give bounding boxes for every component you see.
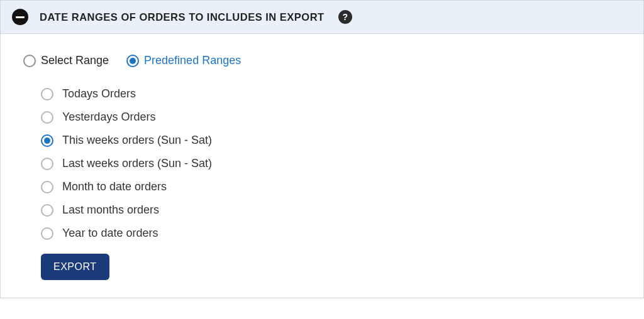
radio-icon <box>41 181 53 193</box>
export-button[interactable]: EXPORT <box>41 254 109 280</box>
range-label: Last weeks orders (Sun - Sat) <box>62 157 212 170</box>
range-option[interactable]: Last months orders <box>41 203 621 217</box>
radio-icon <box>23 55 36 67</box>
mode-select-range[interactable]: Select Range <box>23 54 109 67</box>
range-label: Year to date orders <box>62 227 158 240</box>
range-label: Todays Orders <box>62 87 136 100</box>
range-option[interactable]: Yesterdays Orders <box>41 111 621 124</box>
range-label: This weeks orders (Sun - Sat) <box>62 134 212 147</box>
radio-icon <box>41 111 53 124</box>
radio-icon <box>41 158 53 170</box>
panel-title: DATE RANGES OF ORDERS TO INCLUDES IN EXP… <box>40 11 325 23</box>
collapse-button[interactable] <box>12 9 28 25</box>
range-option[interactable]: Todays Orders <box>41 87 621 100</box>
radio-icon-selected <box>126 55 139 67</box>
radio-dot-icon <box>44 138 50 144</box>
range-label: Yesterdays Orders <box>62 111 155 124</box>
panel-header: DATE RANGES OF ORDERS TO INCLUDES IN EXP… <box>1 1 643 34</box>
mode-selector: Select Range Predefined Ranges <box>23 54 621 67</box>
range-label: Last months orders <box>62 203 159 217</box>
mode-label: Select Range <box>41 54 109 67</box>
range-option[interactable]: Month to date orders <box>41 180 621 193</box>
date-range-panel: DATE RANGES OF ORDERS TO INCLUDES IN EXP… <box>0 0 644 298</box>
mode-label: Predefined Ranges <box>144 54 241 67</box>
radio-icon <box>41 88 53 100</box>
radio-icon <box>41 204 53 217</box>
predefined-range-list: Todays OrdersYesterdays OrdersThis weeks… <box>23 87 621 240</box>
radio-icon <box>41 227 53 240</box>
range-option[interactable]: Last weeks orders (Sun - Sat) <box>41 157 621 170</box>
range-option[interactable]: This weeks orders (Sun - Sat) <box>41 134 621 147</box>
radio-dot-icon <box>130 58 136 64</box>
panel-body: Select Range Predefined Ranges Todays Or… <box>1 34 643 298</box>
range-option[interactable]: Year to date orders <box>41 227 621 240</box>
range-label: Month to date orders <box>62 180 167 193</box>
help-icon[interactable]: ? <box>338 10 352 24</box>
radio-icon-selected <box>41 134 53 147</box>
mode-predefined-ranges[interactable]: Predefined Ranges <box>126 54 241 67</box>
minus-icon <box>16 16 25 18</box>
